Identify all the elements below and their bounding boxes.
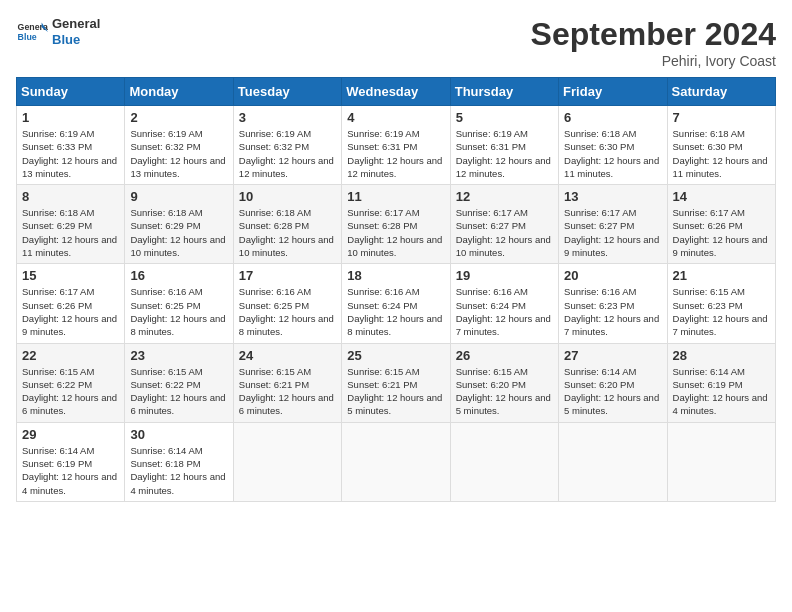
calendar-day-29: 29Sunrise: 6:14 AMSunset: 6:19 PMDayligh… — [17, 422, 125, 501]
day-content: Sunrise: 6:15 AMSunset: 6:23 PMDaylight:… — [673, 285, 770, 338]
day-number: 25 — [347, 348, 444, 363]
calendar-day-6: 6Sunrise: 6:18 AMSunset: 6:30 PMDaylight… — [559, 106, 667, 185]
day-content: Sunrise: 6:19 AMSunset: 6:32 PMDaylight:… — [239, 127, 336, 180]
calendar-day-23: 23Sunrise: 6:15 AMSunset: 6:22 PMDayligh… — [125, 343, 233, 422]
day-content: Sunrise: 6:14 AMSunset: 6:19 PMDaylight:… — [22, 444, 119, 497]
day-content: Sunrise: 6:16 AMSunset: 6:24 PMDaylight:… — [456, 285, 553, 338]
empty-cell — [342, 422, 450, 501]
day-number: 14 — [673, 189, 770, 204]
day-content: Sunrise: 6:17 AMSunset: 6:27 PMDaylight:… — [564, 206, 661, 259]
day-number: 24 — [239, 348, 336, 363]
logo-general: General — [52, 16, 100, 32]
day-content: Sunrise: 6:15 AMSunset: 6:22 PMDaylight:… — [22, 365, 119, 418]
svg-text:Blue: Blue — [18, 32, 37, 42]
month-title: September 2024 — [531, 16, 776, 53]
day-content: Sunrise: 6:17 AMSunset: 6:27 PMDaylight:… — [456, 206, 553, 259]
day-number: 2 — [130, 110, 227, 125]
day-content: Sunrise: 6:16 AMSunset: 6:25 PMDaylight:… — [130, 285, 227, 338]
day-number: 9 — [130, 189, 227, 204]
empty-cell — [233, 422, 341, 501]
location-title: Pehiri, Ivory Coast — [531, 53, 776, 69]
day-content: Sunrise: 6:18 AMSunset: 6:30 PMDaylight:… — [564, 127, 661, 180]
calendar-day-14: 14Sunrise: 6:17 AMSunset: 6:26 PMDayligh… — [667, 185, 775, 264]
day-number: 4 — [347, 110, 444, 125]
empty-cell — [450, 422, 558, 501]
day-content: Sunrise: 6:14 AMSunset: 6:19 PMDaylight:… — [673, 365, 770, 418]
day-number: 18 — [347, 268, 444, 283]
day-content: Sunrise: 6:19 AMSunset: 6:31 PMDaylight:… — [347, 127, 444, 180]
day-number: 23 — [130, 348, 227, 363]
day-number: 17 — [239, 268, 336, 283]
day-number: 3 — [239, 110, 336, 125]
day-content: Sunrise: 6:17 AMSunset: 6:26 PMDaylight:… — [22, 285, 119, 338]
day-content: Sunrise: 6:15 AMSunset: 6:21 PMDaylight:… — [239, 365, 336, 418]
day-number: 22 — [22, 348, 119, 363]
calendar-week-3: 15Sunrise: 6:17 AMSunset: 6:26 PMDayligh… — [17, 264, 776, 343]
day-number: 1 — [22, 110, 119, 125]
day-number: 20 — [564, 268, 661, 283]
calendar-day-12: 12Sunrise: 6:17 AMSunset: 6:27 PMDayligh… — [450, 185, 558, 264]
calendar-header-friday: Friday — [559, 78, 667, 106]
calendar-day-20: 20Sunrise: 6:16 AMSunset: 6:23 PMDayligh… — [559, 264, 667, 343]
day-content: Sunrise: 6:15 AMSunset: 6:21 PMDaylight:… — [347, 365, 444, 418]
calendar-day-18: 18Sunrise: 6:16 AMSunset: 6:24 PMDayligh… — [342, 264, 450, 343]
calendar-week-5: 29Sunrise: 6:14 AMSunset: 6:19 PMDayligh… — [17, 422, 776, 501]
calendar-day-1: 1Sunrise: 6:19 AMSunset: 6:33 PMDaylight… — [17, 106, 125, 185]
calendar-week-2: 8Sunrise: 6:18 AMSunset: 6:29 PMDaylight… — [17, 185, 776, 264]
calendar-week-4: 22Sunrise: 6:15 AMSunset: 6:22 PMDayligh… — [17, 343, 776, 422]
calendar-day-24: 24Sunrise: 6:15 AMSunset: 6:21 PMDayligh… — [233, 343, 341, 422]
day-content: Sunrise: 6:16 AMSunset: 6:24 PMDaylight:… — [347, 285, 444, 338]
day-number: 12 — [456, 189, 553, 204]
calendar-day-2: 2Sunrise: 6:19 AMSunset: 6:32 PMDaylight… — [125, 106, 233, 185]
calendar: SundayMondayTuesdayWednesdayThursdayFrid… — [16, 77, 776, 502]
calendar-header-thursday: Thursday — [450, 78, 558, 106]
day-content: Sunrise: 6:18 AMSunset: 6:28 PMDaylight:… — [239, 206, 336, 259]
day-number: 13 — [564, 189, 661, 204]
day-number: 8 — [22, 189, 119, 204]
day-number: 27 — [564, 348, 661, 363]
day-content: Sunrise: 6:16 AMSunset: 6:25 PMDaylight:… — [239, 285, 336, 338]
calendar-header-row: SundayMondayTuesdayWednesdayThursdayFrid… — [17, 78, 776, 106]
calendar-day-15: 15Sunrise: 6:17 AMSunset: 6:26 PMDayligh… — [17, 264, 125, 343]
calendar-header-tuesday: Tuesday — [233, 78, 341, 106]
calendar-day-19: 19Sunrise: 6:16 AMSunset: 6:24 PMDayligh… — [450, 264, 558, 343]
calendar-day-26: 26Sunrise: 6:15 AMSunset: 6:20 PMDayligh… — [450, 343, 558, 422]
calendar-day-10: 10Sunrise: 6:18 AMSunset: 6:28 PMDayligh… — [233, 185, 341, 264]
calendar-header-wednesday: Wednesday — [342, 78, 450, 106]
day-content: Sunrise: 6:14 AMSunset: 6:18 PMDaylight:… — [130, 444, 227, 497]
calendar-day-30: 30Sunrise: 6:14 AMSunset: 6:18 PMDayligh… — [125, 422, 233, 501]
day-number: 30 — [130, 427, 227, 442]
calendar-day-5: 5Sunrise: 6:19 AMSunset: 6:31 PMDaylight… — [450, 106, 558, 185]
day-content: Sunrise: 6:18 AMSunset: 6:29 PMDaylight:… — [22, 206, 119, 259]
day-number: 21 — [673, 268, 770, 283]
calendar-week-1: 1Sunrise: 6:19 AMSunset: 6:33 PMDaylight… — [17, 106, 776, 185]
day-number: 7 — [673, 110, 770, 125]
day-number: 29 — [22, 427, 119, 442]
calendar-day-8: 8Sunrise: 6:18 AMSunset: 6:29 PMDaylight… — [17, 185, 125, 264]
logo-blue: Blue — [52, 32, 100, 48]
calendar-day-27: 27Sunrise: 6:14 AMSunset: 6:20 PMDayligh… — [559, 343, 667, 422]
day-content: Sunrise: 6:17 AMSunset: 6:26 PMDaylight:… — [673, 206, 770, 259]
calendar-day-22: 22Sunrise: 6:15 AMSunset: 6:22 PMDayligh… — [17, 343, 125, 422]
calendar-day-4: 4Sunrise: 6:19 AMSunset: 6:31 PMDaylight… — [342, 106, 450, 185]
day-number: 15 — [22, 268, 119, 283]
empty-cell — [559, 422, 667, 501]
calendar-day-21: 21Sunrise: 6:15 AMSunset: 6:23 PMDayligh… — [667, 264, 775, 343]
day-number: 16 — [130, 268, 227, 283]
header: General Blue General Blue September 2024… — [16, 16, 776, 69]
calendar-day-3: 3Sunrise: 6:19 AMSunset: 6:32 PMDaylight… — [233, 106, 341, 185]
title-area: September 2024 Pehiri, Ivory Coast — [531, 16, 776, 69]
logo-icon: General Blue — [16, 16, 48, 48]
day-content: Sunrise: 6:15 AMSunset: 6:20 PMDaylight:… — [456, 365, 553, 418]
day-content: Sunrise: 6:18 AMSunset: 6:29 PMDaylight:… — [130, 206, 227, 259]
calendar-day-7: 7Sunrise: 6:18 AMSunset: 6:30 PMDaylight… — [667, 106, 775, 185]
day-content: Sunrise: 6:15 AMSunset: 6:22 PMDaylight:… — [130, 365, 227, 418]
day-number: 11 — [347, 189, 444, 204]
day-content: Sunrise: 6:18 AMSunset: 6:30 PMDaylight:… — [673, 127, 770, 180]
day-content: Sunrise: 6:19 AMSunset: 6:33 PMDaylight:… — [22, 127, 119, 180]
calendar-day-25: 25Sunrise: 6:15 AMSunset: 6:21 PMDayligh… — [342, 343, 450, 422]
calendar-header-monday: Monday — [125, 78, 233, 106]
empty-cell — [667, 422, 775, 501]
calendar-day-28: 28Sunrise: 6:14 AMSunset: 6:19 PMDayligh… — [667, 343, 775, 422]
calendar-day-9: 9Sunrise: 6:18 AMSunset: 6:29 PMDaylight… — [125, 185, 233, 264]
